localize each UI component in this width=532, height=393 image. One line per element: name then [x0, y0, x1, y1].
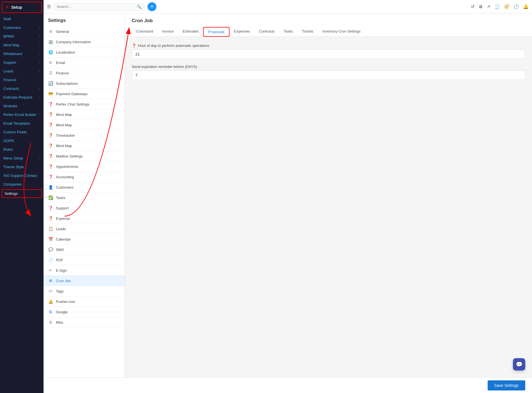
settings-item-general[interactable]: ⚙ General: [44, 26, 125, 37]
history-icon[interactable]: ↺: [471, 4, 474, 9]
tab-command[interactable]: Command: [132, 27, 158, 37]
sidebar-item-mindmap[interactable]: Mind Map ›: [0, 41, 44, 49]
chevron-icon: ›: [39, 35, 40, 38]
sidebar-item-roles[interactable]: Roles: [0, 145, 44, 154]
sidebar-header[interactable]: ✕ Setup: [2, 2, 42, 13]
search-input[interactable]: [57, 4, 137, 9]
save-settings-button[interactable]: Save Settings: [488, 380, 525, 390]
sidebar-item-gdpr[interactable]: GDPR: [0, 136, 44, 145]
settings-item-google[interactable]: G Google: [44, 307, 125, 317]
settings-item-pusher[interactable]: 🔔 Pusher.com: [44, 296, 125, 307]
settings-item-customers[interactable]: 👤 Customers: [44, 182, 125, 193]
sidebar-item-modules[interactable]: Modules: [0, 102, 44, 110]
settings-item-esign[interactable]: ✏ E-Sign: [44, 265, 125, 276]
sidebar-item-aio-support[interactable]: AIO Support Contact: [0, 171, 44, 180]
tab-inventory[interactable]: Inventory Cron Settings: [318, 27, 365, 37]
settings-item-payment-gateways[interactable]: 💳 Payment Gateways: [44, 89, 125, 99]
sidebar-item-label: Custom Fields: [3, 130, 27, 134]
settings-title: Settings: [44, 18, 125, 26]
sidebar-item-estimate-request[interactable]: Estimate Request ›: [0, 93, 44, 102]
compass-icon[interactable]: 🧭: [504, 4, 510, 9]
search-icon: 🔍: [137, 4, 142, 9]
content-area: Settings ⚙ General 🏢 Company Information…: [44, 13, 532, 377]
sidebar-item-custom-fields[interactable]: Custom Fields: [0, 128, 44, 136]
settings-item-mindmap3[interactable]: ❓ Mind Map: [44, 141, 125, 151]
settings-item-label: Cron Job: [56, 279, 71, 283]
chat-float-button[interactable]: 💬: [513, 358, 525, 371]
settings-item-expense[interactable]: ❓ Expense: [44, 213, 125, 224]
card-icon: 💳: [48, 92, 53, 96]
tab-proposals[interactable]: Proposals: [203, 27, 229, 37]
close-icon[interactable]: ✕: [6, 5, 9, 10]
calendar-icon: 📅: [48, 237, 53, 241]
settings-item-tags[interactable]: 🏷 Tags: [44, 286, 125, 296]
settings-item-cron-job[interactable]: ⚙ Cron Job: [44, 276, 125, 286]
hamburger-icon[interactable]: ☰: [47, 4, 51, 9]
settings-item-support[interactable]: ❓ Support: [44, 203, 125, 213]
settings-item-label: Mind Map: [56, 123, 72, 127]
help-icon: ❓: [48, 175, 53, 179]
tab-expenses[interactable]: Expenses: [229, 27, 254, 37]
settings-item-sms[interactable]: 💬 SMS: [44, 245, 125, 255]
tab-contracts[interactable]: Contracts: [254, 27, 279, 37]
clock-icon[interactable]: 🕐: [513, 4, 519, 9]
settings-item-label: Finance: [56, 71, 69, 75]
expiration-reminder-input[interactable]: [132, 70, 525, 80]
add-button[interactable]: +: [147, 2, 156, 11]
bell-icon[interactable]: 🔔: [523, 4, 529, 9]
screen-icon[interactable]: 🖥: [478, 4, 483, 9]
settings-item-label: Localization: [56, 50, 75, 54]
user-icon: 👤: [48, 185, 53, 189]
settings-item-mindmap1[interactable]: ❓ Mind Map: [44, 109, 125, 120]
sidebar-item-perfex-email-builder[interactable]: Perfex Email Builder ›: [0, 110, 44, 119]
settings-item-pdf[interactable]: 📄 PDF: [44, 255, 125, 265]
share-icon[interactable]: ↗: [487, 4, 490, 9]
tabs: Command Invoice Estimates Proposals Expe…: [132, 27, 525, 36]
settings-item-label: PDF: [56, 258, 63, 262]
settings-item-mindmap2[interactable]: ❓ Mind Map: [44, 120, 125, 130]
sidebar-item-customers[interactable]: Customers ›: [0, 23, 44, 32]
gear-icon: ⚙: [48, 278, 53, 283]
settings-item-email[interactable]: ✉ Email: [44, 58, 125, 68]
settings-item-leads[interactable]: 📋 Leads: [44, 224, 125, 234]
tab-tickets[interactable]: Tickets: [297, 27, 318, 37]
sidebar-item-companies[interactable]: Companies: [0, 180, 44, 189]
sidebar-item-finance[interactable]: Finance ›: [0, 76, 44, 84]
sidebar-item-contracts[interactable]: Contracts ›: [0, 84, 44, 93]
settings-item-finance[interactable]: ☰ Finance: [44, 68, 125, 78]
sidebar-item-staff[interactable]: Staff: [0, 15, 44, 23]
help-icon[interactable]: ❓: [132, 44, 136, 48]
sidebar-item-support[interactable]: Support ›: [0, 58, 44, 67]
sidebar-item-whiteboard[interactable]: Whiteboard ›: [0, 49, 44, 58]
settings-item-timetracker[interactable]: ❓ Timetracker: [44, 130, 125, 141]
settings-item-mailbox[interactable]: ❓ Mailbox Settings: [44, 151, 125, 161]
tab-invoice[interactable]: Invoice: [158, 27, 178, 37]
sidebar-item-email-templates[interactable]: Email Templates: [0, 119, 44, 128]
topbar-right: ↺ 🖥 ↗ 🧾 🧭 🕐 🔔: [471, 4, 529, 9]
settings-item-accounting[interactable]: ❓ Accounting: [44, 172, 125, 182]
settings-item-label: Company Information: [56, 40, 91, 44]
settings-item-perfex-chat[interactable]: ❓ Perfex Chat Settings: [44, 99, 125, 109]
settings-item-calendar[interactable]: 📅 Calendar: [44, 234, 125, 245]
sidebar-item-theme-style[interactable]: Theme Style: [0, 163, 44, 171]
receipt-icon[interactable]: 🧾: [494, 4, 500, 9]
sidebar-item-settings[interactable]: Settings: [2, 189, 42, 198]
sidebar-item-label: Customers: [3, 26, 21, 30]
settings-item-tasks[interactable]: ✅ Tasks: [44, 193, 125, 203]
settings-item-appointments[interactable]: ❓ Appointments: [44, 161, 125, 172]
settings-item-label: Leads: [56, 227, 66, 231]
sidebar-item-leads[interactable]: Leads ›: [0, 67, 44, 76]
chevron-icon: ›: [39, 52, 40, 55]
settings-item-label: Google: [56, 310, 68, 314]
tab-estimates[interactable]: Estimates: [178, 27, 203, 37]
tab-tasks[interactable]: Tasks: [279, 27, 297, 37]
hour-of-day-input[interactable]: [132, 49, 525, 59]
settings-item-label: Timetracker: [56, 133, 75, 138]
chat-icon: 💬: [516, 361, 523, 368]
settings-item-localization[interactable]: 🌐 Localization: [44, 47, 125, 58]
settings-item-company-info[interactable]: 🏢 Company Information: [44, 37, 125, 47]
sidebar-item-bpmn[interactable]: BPMN ›: [0, 32, 44, 41]
sidebar-item-menu-setup[interactable]: Menu Setup ›: [0, 154, 44, 163]
settings-item-misc[interactable]: ⚙ Misc: [44, 317, 125, 328]
settings-item-subscriptions[interactable]: 🔄 Subscriptions: [44, 78, 125, 89]
